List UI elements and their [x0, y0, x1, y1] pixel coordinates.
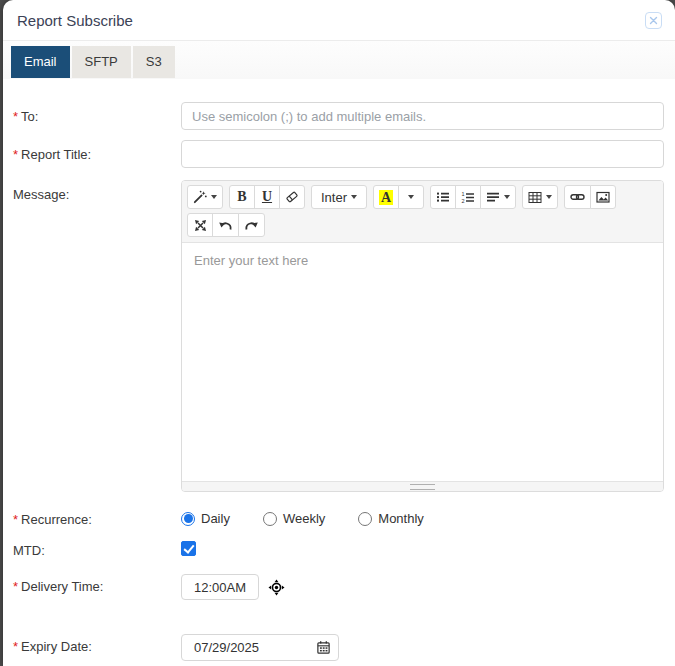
message-placeholder: Enter your text here	[194, 253, 308, 268]
table-group	[522, 185, 558, 209]
to-row: *To:	[3, 102, 675, 130]
toolbar-row-1: B U Inter	[187, 185, 658, 209]
font-family-value: Inter	[321, 190, 347, 205]
close-button[interactable]	[645, 12, 662, 29]
toolbar-row-2	[187, 213, 658, 237]
link-icon	[570, 190, 585, 204]
expiry-date-field	[181, 632, 664, 661]
svg-text:1: 1	[462, 191, 465, 197]
recurrence-options: Daily Weekly Monthly	[181, 505, 664, 526]
table-icon	[528, 191, 542, 204]
eraser-icon	[285, 190, 299, 204]
font-color-group: A	[373, 185, 424, 209]
svg-text:2: 2	[462, 198, 465, 204]
expiry-date-row: *Expiry Date:	[3, 632, 675, 661]
close-icon	[649, 16, 658, 25]
recurrence-row: *Recurrence: Daily Weekly Monthly	[3, 505, 675, 527]
redo-button[interactable]	[238, 213, 265, 237]
unordered-list-button[interactable]	[430, 185, 456, 209]
magic-wand-icon	[193, 190, 207, 204]
recurrence-daily-option[interactable]: Daily	[181, 511, 230, 526]
message-editarea[interactable]: Enter your text here	[182, 243, 663, 481]
recurrence-monthly-option[interactable]: Monthly	[358, 511, 424, 526]
font-family-group: Inter	[311, 185, 367, 209]
report-title-row: *Report Title:	[3, 140, 675, 168]
editor-toolbar: B U Inter	[182, 181, 663, 243]
font-color-dropdown[interactable]	[398, 185, 424, 209]
mtd-field	[181, 541, 664, 560]
report-title-label: *Report Title:	[13, 140, 181, 162]
chevron-down-icon	[211, 195, 217, 199]
recurrence-field: Daily Weekly Monthly	[181, 505, 664, 526]
calendar-icon[interactable]	[316, 640, 331, 655]
to-field	[181, 102, 664, 130]
chevron-down-icon	[504, 195, 510, 199]
underline-button[interactable]: U	[254, 185, 280, 209]
font-color-button[interactable]: A	[373, 185, 399, 209]
fullscreen-button[interactable]	[187, 213, 213, 237]
paragraph-group: 12	[430, 185, 516, 209]
misc-group	[187, 213, 265, 237]
to-label: *To:	[13, 102, 181, 124]
recurrence-monthly-radio[interactable]	[358, 512, 372, 526]
font-color-icon: A	[379, 190, 393, 205]
recurrence-daily-radio[interactable]	[181, 512, 195, 526]
unordered-list-icon	[436, 190, 450, 204]
time-picker-crosshair-icon[interactable]	[268, 579, 285, 596]
expiry-date-label: *Expiry Date:	[13, 632, 181, 654]
chevron-down-icon	[546, 195, 552, 199]
style-group	[187, 185, 223, 209]
report-title-input[interactable]	[181, 140, 664, 168]
tab-s3[interactable]: S3	[133, 46, 175, 78]
fullscreen-icon	[194, 219, 207, 232]
required-marker: *	[13, 579, 18, 594]
font-style-group: B U	[229, 185, 305, 209]
chevron-down-icon	[408, 195, 414, 199]
message-field: B U Inter	[181, 180, 664, 492]
required-marker: *	[13, 639, 18, 654]
recurrence-monthly-label: Monthly	[378, 511, 424, 526]
chevron-down-icon	[351, 195, 357, 199]
editor-resize-bar[interactable]	[182, 481, 663, 491]
dialog-header: Report Subscribe	[3, 0, 675, 41]
redo-icon	[244, 219, 259, 232]
recurrence-daily-label: Daily	[201, 511, 230, 526]
delivery-time-label: *Delivery Time:	[13, 572, 181, 594]
message-row: Message: B	[3, 180, 675, 492]
mtd-row: MTD:	[3, 541, 675, 560]
report-title-field	[181, 140, 664, 168]
undo-icon	[218, 219, 233, 232]
clear-format-button[interactable]	[279, 185, 305, 209]
resize-grip-icon	[410, 484, 435, 490]
picture-icon	[596, 190, 610, 204]
picture-button[interactable]	[590, 185, 616, 209]
tab-bar: Email SFTP S3	[3, 41, 675, 79]
required-marker: *	[13, 512, 18, 527]
to-input[interactable]	[181, 102, 664, 130]
required-marker: *	[13, 109, 18, 124]
recurrence-label: *Recurrence:	[13, 505, 181, 527]
ordered-list-icon: 12	[461, 190, 475, 204]
recurrence-weekly-radio[interactable]	[263, 512, 277, 526]
tab-sftp[interactable]: SFTP	[72, 46, 131, 78]
delivery-time-input[interactable]	[181, 574, 259, 600]
delivery-time-row: *Delivery Time:	[3, 572, 675, 600]
recurrence-weekly-label: Weekly	[283, 511, 325, 526]
paragraph-align-icon	[486, 190, 500, 204]
font-family-dropdown[interactable]: Inter	[311, 185, 367, 209]
insert-group	[564, 185, 616, 209]
ordered-list-button[interactable]: 12	[455, 185, 481, 209]
required-marker: *	[13, 147, 18, 162]
recurrence-weekly-option[interactable]: Weekly	[263, 511, 325, 526]
undo-button[interactable]	[212, 213, 239, 237]
magic-style-button[interactable]	[187, 185, 223, 209]
delivery-time-field	[181, 572, 664, 600]
report-subscribe-dialog: Report Subscribe Email SFTP S3 *To: *Rep…	[3, 0, 675, 666]
mtd-label: MTD:	[13, 541, 181, 558]
link-button[interactable]	[564, 185, 591, 209]
paragraph-align-button[interactable]	[480, 185, 516, 209]
table-button[interactable]	[522, 185, 558, 209]
mtd-checkbox[interactable]	[181, 541, 196, 556]
bold-button[interactable]: B	[229, 185, 255, 209]
tab-email[interactable]: Email	[11, 46, 70, 78]
